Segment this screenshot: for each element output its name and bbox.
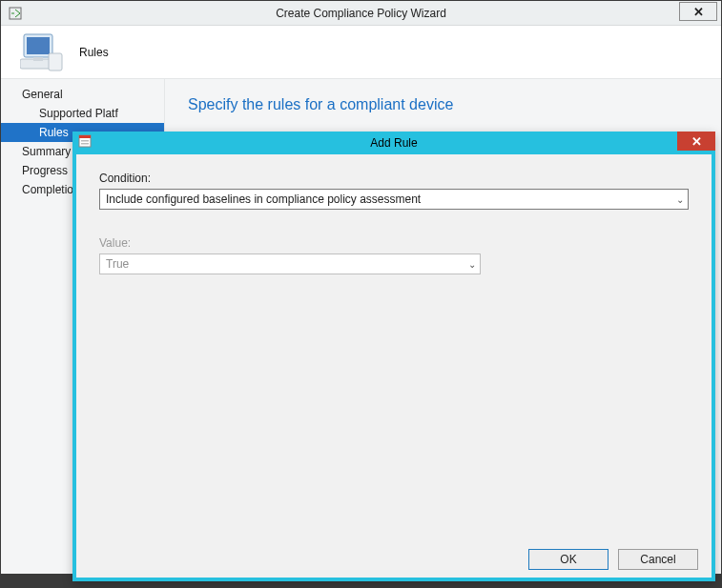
wizard-header-title: Rules	[79, 46, 109, 59]
computer-icon	[20, 30, 66, 74]
sidebar-item-label: Completion	[22, 183, 80, 196]
condition-select[interactable]: Include configured baselines in complian…	[99, 189, 689, 210]
sidebar-item-label: Progress	[22, 164, 68, 177]
value-select-value: True	[106, 257, 129, 271]
chevron-down-icon: ⌄	[676, 194, 684, 205]
add-rule-dialog: Add Rule ✕ Condition: Include configured…	[72, 132, 715, 581]
sidebar-item-label: Rules	[39, 126, 69, 139]
svg-rect-7	[79, 135, 91, 138]
value-label: Value:	[99, 236, 689, 250]
sidebar-item-label: Summary	[22, 145, 71, 158]
wizard-header: Rules	[1, 26, 721, 79]
add-rule-title: Add Rule	[72, 136, 715, 150]
wizard-title-icon	[5, 7, 26, 20]
add-rule-footer: OK Cancel	[528, 549, 698, 570]
ok-button[interactable]: OK	[528, 549, 609, 570]
svg-rect-2	[27, 37, 50, 54]
wizard-window: Create Compliance Policy Wizard ✕ Rules …	[0, 0, 722, 588]
cancel-button-label: Cancel	[640, 553, 675, 566]
form-icon	[78, 134, 95, 152]
sidebar-item-supported-platf[interactable]: Supported Platf	[1, 104, 164, 123]
svg-rect-8	[81, 140, 89, 142]
cancel-button[interactable]: Cancel	[618, 549, 698, 570]
svg-rect-4	[33, 57, 43, 61]
sidebar-item-label: Supported Platf	[39, 107, 118, 120]
add-rule-titlebar: Add Rule ✕	[72, 132, 715, 154]
close-icon: ✕	[693, 5, 704, 19]
condition-select-value: Include configured baselines in complian…	[106, 193, 421, 206]
wizard-title: Create Compliance Policy Wizard	[1, 7, 721, 20]
condition-label: Condition:	[99, 172, 689, 185]
sidebar-item-general[interactable]: General	[1, 85, 164, 104]
add-rule-close-button[interactable]: ✕	[677, 132, 715, 151]
sidebar-item-label: General	[22, 88, 63, 101]
wizard-main-heading: Specify the rules for a compliant device	[188, 96, 698, 113]
value-select: True ⌄	[99, 253, 481, 274]
close-icon: ✕	[691, 134, 702, 149]
chevron-down-icon: ⌄	[468, 259, 476, 270]
svg-rect-9	[81, 143, 89, 145]
wizard-titlebar: Create Compliance Policy Wizard ✕	[1, 1, 721, 26]
add-rule-body: Condition: Include configured baselines …	[76, 154, 712, 539]
svg-rect-5	[49, 53, 62, 71]
ok-button-label: OK	[560, 553, 576, 566]
wizard-close-button[interactable]: ✕	[679, 2, 717, 21]
